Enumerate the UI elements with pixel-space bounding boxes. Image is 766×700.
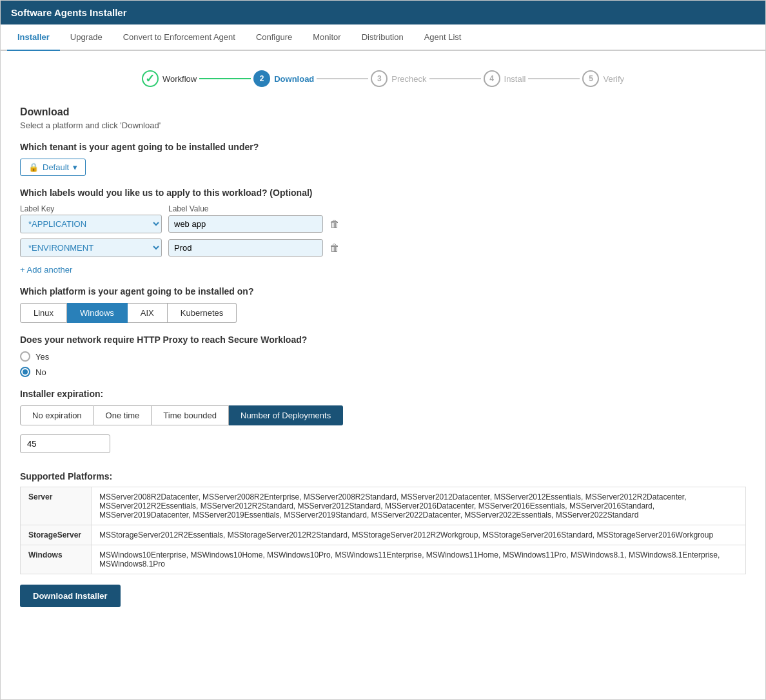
table-row-windows: Windows MSWindows10Enterprise, MSWindows…	[21, 545, 746, 574]
exp-number-of-deployments[interactable]: Number of Deployments	[229, 405, 343, 425]
step-number-download: 2	[260, 74, 264, 83]
section-title: Download	[20, 106, 746, 118]
platform-values-storageserver: MSStorageServer2012R2Essentials, MSStora…	[92, 525, 746, 545]
step-label-install: Install	[504, 74, 526, 84]
platform-name-windows: Windows	[21, 545, 92, 574]
platforms-table: Server MSServer2008R2Datacenter, MSServe…	[20, 487, 746, 574]
step-line-3	[429, 78, 481, 79]
tenant-label: Default	[43, 162, 69, 172]
step-line-1	[199, 78, 251, 79]
proxy-question: Does your network require HTTP Proxy to …	[20, 335, 746, 345]
radio-circle-no	[20, 367, 30, 377]
radio-no[interactable]: No	[20, 367, 746, 377]
tenant-button[interactable]: 🔒 Default ▾	[20, 159, 86, 176]
step-label-precheck: Precheck	[391, 74, 426, 84]
label-key-header: Label Key	[20, 204, 162, 213]
step-label-download: Download	[274, 74, 314, 84]
download-installer-button[interactable]: Download Installer	[20, 585, 121, 607]
platform-values-server: MSServer2008R2Datacenter, MSServer2008R2…	[92, 487, 746, 525]
platform-question: Which platform is your agent going to be…	[20, 286, 746, 297]
tab-distribution[interactable]: Distribution	[351, 24, 414, 51]
exp-no-expiration[interactable]: No expiration	[20, 405, 94, 425]
delete-icon-1[interactable]: 🗑	[329, 242, 340, 254]
label-key-select-0[interactable]: *APPLICATION	[20, 215, 162, 233]
label-row-0: *APPLICATION 🗑	[20, 215, 746, 233]
step-circle-workflow: ✓	[142, 70, 159, 87]
platform-linux[interactable]: Linux	[20, 303, 67, 323]
radio-label-no: No	[35, 367, 46, 377]
platform-windows[interactable]: Windows	[67, 303, 128, 323]
label-value-input-1[interactable]	[168, 239, 323, 257]
label-row-1: *ENVIRONMENT 🗑	[20, 238, 746, 257]
step-number-install: 4	[489, 74, 494, 83]
step-verify: 5 Verify	[582, 70, 624, 87]
step-number-precheck: 3	[377, 74, 382, 83]
step-workflow: ✓ Workflow	[142, 70, 197, 87]
labels-question: Which labels would you like us to apply …	[20, 188, 746, 198]
supported-platforms: Supported Platforms: Server MSServer2008…	[20, 471, 746, 574]
add-another-link[interactable]: + Add another	[20, 265, 72, 275]
labels-container: *APPLICATION 🗑 *ENVIRONMENT 🗑	[20, 215, 746, 257]
expiration-buttons: No expiration One time Time bounded Numb…	[20, 405, 746, 425]
tab-agent-list[interactable]: Agent List	[414, 24, 472, 51]
tenant-question: Which tenant is your agent going to be i…	[20, 142, 746, 152]
tab-installer[interactable]: Installer	[7, 24, 60, 51]
radio-yes[interactable]: Yes	[20, 351, 746, 362]
step-circle-precheck: 3	[371, 70, 388, 87]
stepper: ✓ Workflow 2 Download 3 Precheck	[20, 64, 746, 106]
label-headers: Label Key Label Value	[20, 204, 746, 213]
tenant-chevron-icon: ▾	[73, 162, 77, 172]
label-key-select-1[interactable]: *ENVIRONMENT	[20, 238, 162, 257]
platform-name-server: Server	[21, 487, 92, 525]
download-section: Download Select a platform and click 'Do…	[20, 106, 746, 607]
supported-platforms-title: Supported Platforms:	[20, 471, 746, 481]
platform-kubernetes[interactable]: Kubernetes	[168, 303, 237, 323]
label-value-header: Label Value	[168, 204, 323, 213]
app-container: Software Agents Installer Installer Upgr…	[0, 0, 766, 700]
exp-one-time[interactable]: One time	[94, 405, 152, 425]
step-circle-verify: 5	[582, 70, 599, 87]
tab-convert[interactable]: Convert to Enforcement Agent	[113, 24, 246, 51]
step-install: 4 Install	[484, 70, 526, 87]
step-precheck: 3 Precheck	[371, 70, 426, 87]
tab-upgrade[interactable]: Upgrade	[60, 24, 113, 51]
tab-bar: Installer Upgrade Convert to Enforcement…	[1, 24, 765, 51]
app-title: Software Agents Installer	[11, 7, 127, 18]
platform-name-storageserver: StorageServer	[21, 525, 92, 545]
app-header: Software Agents Installer	[1, 1, 765, 24]
step-line-2	[317, 78, 368, 79]
table-row-storageserver: StorageServer MSStorageServer2012R2Essen…	[21, 525, 746, 545]
label-value-input-0[interactable]	[168, 215, 323, 233]
table-row-server: Server MSServer2008R2Datacenter, MSServe…	[21, 487, 746, 525]
platform-values-windows: MSWindows10Enterprise, MSWindows10Home, …	[92, 545, 746, 574]
platform-buttons: Linux Windows AIX Kubernetes	[20, 303, 746, 323]
delete-icon-0[interactable]: 🗑	[329, 219, 340, 230]
checkmark-icon: ✓	[145, 72, 155, 86]
step-number-verify: 5	[589, 74, 593, 83]
radio-label-yes: Yes	[35, 352, 49, 362]
step-download: 2 Download	[253, 70, 314, 87]
deployments-input[interactable]	[20, 434, 110, 453]
exp-time-bounded[interactable]: Time bounded	[152, 405, 229, 425]
tab-configure[interactable]: Configure	[246, 24, 302, 51]
step-label-workflow: Workflow	[162, 74, 197, 84]
main-content: ✓ Workflow 2 Download 3 Precheck	[1, 51, 765, 699]
radio-group-proxy: Yes No	[20, 351, 746, 377]
radio-circle-yes	[20, 351, 30, 362]
tab-monitor[interactable]: Monitor	[302, 24, 351, 51]
step-circle-install: 4	[484, 70, 500, 87]
tenant-icon: 🔒	[28, 162, 39, 172]
step-label-verify: Verify	[603, 74, 624, 84]
section-subtitle: Select a platform and click 'Download'	[20, 121, 746, 130]
step-line-4	[528, 78, 580, 79]
step-circle-download: 2	[253, 70, 270, 87]
platform-aix[interactable]: AIX	[128, 303, 168, 323]
expiration-label: Installer expiration:	[20, 389, 746, 399]
